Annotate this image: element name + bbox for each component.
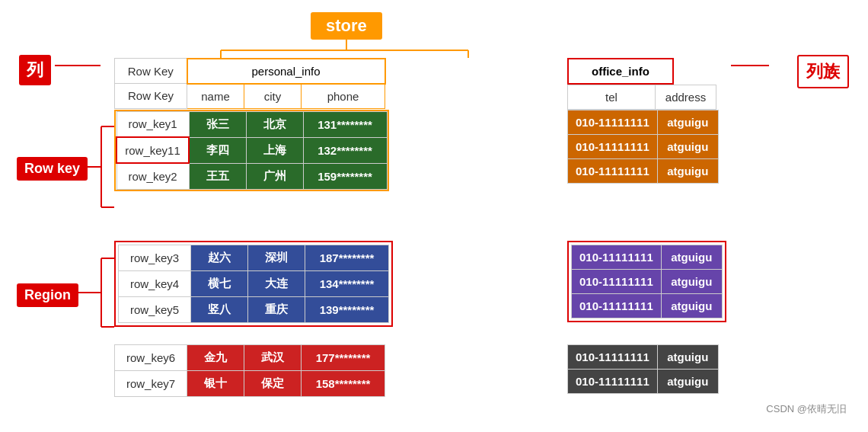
section3-left: row_key6 金九 武汉 177******** row_key7 银十 保…: [114, 344, 385, 397]
phone-cell: 177********: [302, 344, 385, 370]
address-header: address: [656, 85, 716, 109]
name-cell: 银十: [187, 370, 244, 396]
name-cell: 横七: [191, 270, 248, 296]
addr-cell: atguigu: [657, 369, 718, 393]
table-row: 010-11111111 atguigu: [572, 245, 723, 269]
region-label: Region: [17, 283, 78, 307]
name-cell: 竖八: [191, 296, 248, 322]
table-row: 010-11111111 atguigu: [572, 293, 723, 318]
table-row: row_key6 金九 武汉 177********: [115, 344, 385, 370]
city-cell: 重庆: [248, 296, 305, 322]
addr-cell: atguigu: [657, 158, 718, 183]
office-info-header-wrap: office_info tel address: [567, 58, 716, 110]
city-cell: 上海: [246, 137, 303, 163]
addr-cell: atguigu: [657, 344, 718, 369]
liezu-label: 列族: [797, 55, 849, 88]
addr-cell: atguigu: [657, 110, 718, 134]
city-cell: 深圳: [248, 245, 305, 270]
rowkey-cell: row_key1: [116, 111, 189, 137]
rowkey-cell: row_key5: [119, 296, 191, 322]
tel-cell: 010-11111111: [568, 134, 658, 158]
addr-cell: atguigu: [661, 269, 722, 293]
name-cell: 赵六: [191, 245, 248, 270]
office-info-header: office_info: [567, 58, 674, 85]
tel-cell: 010-11111111: [572, 293, 662, 318]
section2-outer: row_key3 赵六 深圳 187******** row_key4 横七 大…: [114, 241, 393, 327]
city-cell: 北京: [246, 111, 303, 137]
rowkey-subheader: Row Key: [115, 84, 187, 109]
tel-cell: 010-11111111: [568, 158, 658, 183]
tel-cell: 010-11111111: [572, 245, 662, 269]
phone-cell: 158********: [302, 370, 385, 396]
section3-right: 010-11111111 atguigu 010-11111111 atguig…: [567, 344, 719, 394]
table-row: row_key1 张三 北京 131********: [116, 111, 387, 137]
phone-cell: 159********: [303, 163, 387, 189]
name-header: name: [187, 84, 244, 109]
tel-cell: 010-11111111: [568, 369, 658, 393]
table-row: row_key3 赵六 深圳 187********: [119, 245, 389, 270]
phone-cell: 187********: [305, 245, 389, 270]
tel-cell: 010-11111111: [572, 269, 662, 293]
tel-cell: 010-11111111: [568, 344, 658, 369]
personal-info-span-cell: personal_info: [187, 59, 385, 84]
table-row: 010-11111111 atguigu: [568, 344, 719, 369]
name-cell: 李四: [189, 137, 246, 163]
canvas: store 列 Row key Region 列族 Row Key person…: [15, 11, 853, 422]
rowkey-header-cell: Row Key: [115, 59, 187, 84]
addr-cell: atguigu: [661, 293, 722, 318]
city-cell: 保定: [244, 370, 302, 396]
phone-cell: 132********: [303, 137, 387, 163]
name-cell: 王五: [189, 163, 246, 189]
section2-right: 010-11111111 atguigu 010-11111111 atguig…: [567, 241, 726, 322]
addr-cell: atguigu: [661, 245, 722, 269]
rowkey-label: Row key: [17, 157, 88, 181]
rowkey-cell: row_key4: [119, 270, 191, 296]
table-row: 010-11111111 atguigu: [568, 369, 719, 393]
table-row: row_key2 王五 广州 159********: [116, 163, 387, 189]
table-row: 010-11111111 atguigu: [568, 134, 719, 158]
rowkey-cell: row_key11: [116, 137, 189, 163]
personal-info-header: Row Key personal_info Row Key name city …: [114, 58, 386, 109]
table-row: row_key11 李四 上海 132********: [116, 137, 387, 163]
table-row: row_key4 横七 大连 134********: [119, 270, 389, 296]
tel-cell: 010-11111111: [568, 110, 658, 134]
table-row: row_key5 竖八 重庆 139********: [119, 296, 389, 322]
name-cell: 金九: [187, 344, 244, 370]
table-row: row_key7 银十 保定 158********: [115, 370, 385, 396]
city-cell: 广州: [246, 163, 303, 189]
tel-header: tel: [568, 85, 656, 109]
city-cell: 大连: [248, 270, 305, 296]
table-row: 010-11111111 atguigu: [572, 269, 723, 293]
phone-cell: 134********: [305, 270, 389, 296]
rowkey-cell: row_key6: [115, 344, 187, 370]
lie-label: 列: [19, 55, 51, 85]
rowkey-cell: row_key2: [116, 163, 189, 189]
table-row: 010-11111111 atguigu: [568, 158, 719, 183]
table-row: 010-11111111 atguigu: [568, 110, 719, 134]
city-header: city: [244, 84, 302, 109]
phone-header: phone: [302, 84, 385, 109]
store-label: store: [311, 12, 382, 40]
watermark: CSDN @依晴无旧: [766, 402, 847, 416]
rowkey-cell: row_key7: [115, 370, 187, 396]
phone-cell: 139********: [305, 296, 389, 322]
rowkey-cell: row_key3: [119, 245, 191, 270]
section1-left: row_key1 张三 北京 131******** row_key11 李四 …: [114, 110, 389, 191]
phone-cell: 131********: [303, 111, 387, 137]
city-cell: 武汉: [244, 344, 302, 370]
section1-right: 010-11111111 atguigu 010-11111111 atguig…: [567, 110, 719, 184]
addr-cell: atguigu: [657, 134, 718, 158]
name-cell: 张三: [189, 111, 246, 137]
